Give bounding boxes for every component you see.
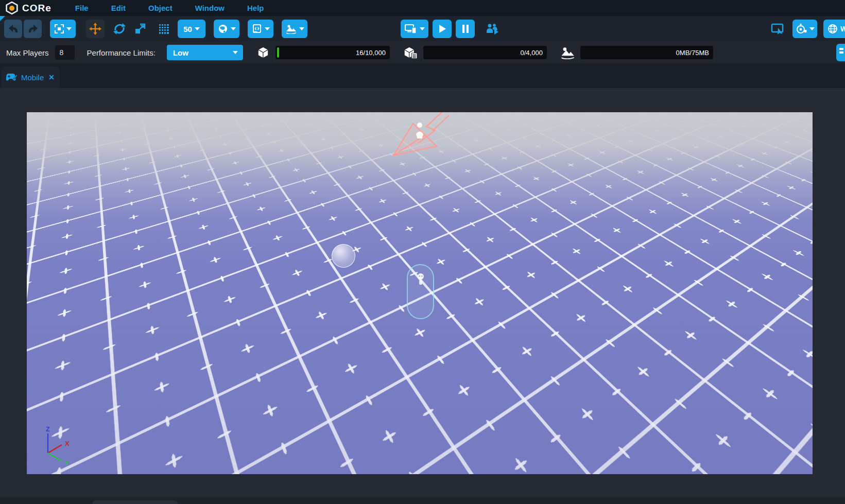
tab-bar: Mobile ✕ — [0, 63, 845, 88]
cut-off-button[interactable] — [836, 44, 845, 61]
menu-help[interactable]: Help — [247, 4, 264, 12]
bot-camera-dropdown[interactable] — [792, 20, 817, 38]
select-mode-icon — [55, 24, 64, 33]
axis-z-label: Z — [46, 425, 50, 433]
web-capture-button[interactable]: W — [823, 20, 845, 38]
toolbar-right-group: W — [769, 16, 845, 42]
capsule-skeleton-icon — [415, 272, 426, 288]
terrain-size-meter: 0MB/75MB — [580, 46, 713, 59]
tab-close-icon[interactable]: ✕ — [48, 73, 55, 81]
move-tool-icon — [89, 23, 101, 35]
grid-size-dropdown[interactable]: 50 — [178, 20, 205, 38]
rotate-tool-button[interactable] — [112, 20, 127, 38]
game-controller-icon — [6, 73, 18, 81]
move-tool-button[interactable] — [86, 20, 105, 38]
pause-icon — [462, 24, 469, 33]
chevron-down-icon — [420, 27, 425, 30]
chevron-down-icon — [231, 27, 236, 30]
performance-limits-label: Performance Limits: — [87, 48, 156, 57]
device-preview-dropdown[interactable] — [401, 20, 428, 38]
object-count-meter-fill — [277, 47, 279, 58]
menu-object[interactable]: Object — [148, 4, 173, 12]
terrain-size-icon — [560, 46, 575, 59]
grid-size-value: 50 — [183, 25, 192, 33]
core-wordmark: CORe — [22, 3, 51, 14]
scene-viewport[interactable]: Z X Y — [27, 112, 813, 474]
web-capture-label: W — [840, 25, 845, 33]
world-space-dropdown[interactable] — [214, 20, 239, 38]
chevron-down-icon — [299, 27, 304, 30]
globe-icon — [218, 24, 228, 34]
menu-items: File Edit Object Window Help — [75, 4, 264, 12]
web-globe-icon — [827, 24, 838, 34]
grid-snap-icon — [159, 24, 169, 34]
networked-count-value: 0/4,000 — [521, 49, 543, 57]
script-dropdown[interactable] — [248, 20, 273, 38]
chevron-down-icon — [265, 27, 270, 30]
performance-limit-value: Low — [173, 48, 188, 57]
scale-tool-button[interactable] — [132, 20, 148, 38]
core-logo: CORe — [5, 2, 51, 15]
screen-broadcast-button[interactable] — [769, 20, 786, 38]
play-button[interactable] — [433, 20, 452, 38]
core-logo-icon — [5, 2, 19, 15]
sphere-object[interactable] — [332, 244, 355, 268]
scale-tool-icon — [134, 23, 146, 35]
screen-broadcast-icon — [771, 23, 784, 34]
object-count-value: 16/10,000 — [356, 49, 386, 57]
max-players-input[interactable] — [55, 45, 75, 60]
main-area: Z X Y — [0, 88, 845, 504]
pause-button[interactable] — [456, 20, 475, 38]
player-capsule[interactable] — [407, 264, 434, 319]
objects-cube-icon — [256, 46, 270, 59]
play-icon — [438, 24, 446, 33]
rotate-tool-icon — [113, 22, 126, 36]
toolbar-left-group: 50 — [4, 16, 307, 42]
grid-snap-button[interactable] — [156, 20, 171, 38]
networked-cube-icon — [403, 46, 418, 59]
undo-button[interactable] — [4, 20, 22, 38]
axis-x-label: X — [65, 440, 70, 447]
select-mode-button[interactable] — [50, 20, 76, 38]
spawn-point[interactable] — [382, 112, 454, 161]
multiplayer-preview-icon — [486, 23, 499, 35]
device-preview-icon — [405, 24, 417, 34]
chevron-down-icon — [233, 51, 238, 54]
redo-button[interactable] — [24, 20, 42, 38]
tab-mobile-label: Mobile — [21, 73, 44, 82]
terrain-dropdown[interactable] — [282, 20, 307, 38]
performance-bar: Max Players Performance Limits: Low 16/1… — [0, 42, 845, 63]
multiplayer-preview-button[interactable] — [484, 20, 501, 38]
toolbar: 50 — [0, 16, 845, 42]
chevron-down-icon — [809, 27, 815, 30]
object-count-meter: 16/10,000 — [275, 46, 390, 59]
menu-edit[interactable]: Edit — [111, 4, 126, 12]
undo-icon — [7, 23, 20, 35]
chevron-down-icon — [195, 27, 200, 30]
menu-window[interactable]: Window — [195, 4, 225, 12]
script-icon — [252, 24, 262, 34]
terrain-icon — [285, 24, 297, 34]
redo-icon — [26, 23, 40, 35]
bot-camera-icon — [796, 23, 807, 34]
max-players-label: Max Players — [6, 48, 49, 57]
chevron-down-icon — [66, 27, 72, 30]
performance-limit-select[interactable]: Low — [167, 45, 243, 60]
axis-y-label: Y — [65, 459, 70, 467]
networked-count-meter: 0/4,000 — [423, 46, 547, 59]
menu-bar: CORe File Edit Object Window Help — [0, 0, 845, 16]
axis-gizmo: Z X Y — [30, 425, 76, 467]
terrain-size-value: 0MB/75MB — [676, 49, 709, 57]
menu-file[interactable]: File — [75, 4, 89, 12]
bottom-panel-tab[interactable] — [92, 500, 178, 504]
toolbar-center-group — [401, 16, 501, 42]
tab-mobile[interactable]: Mobile ✕ — [1, 66, 60, 88]
